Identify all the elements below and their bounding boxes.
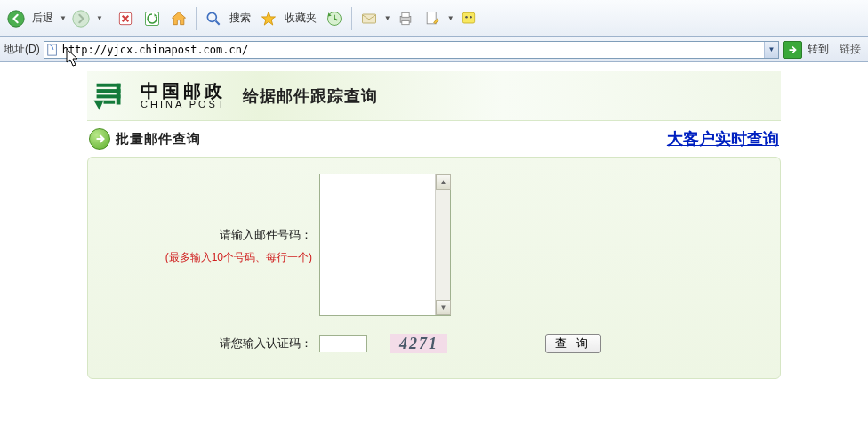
scroll-down-button[interactable]: ▼ [436,300,451,315]
svg-rect-19 [104,100,116,103]
svg-point-13 [470,16,472,18]
page-title: 给据邮件跟踪查询 [243,85,378,107]
history-button[interactable] [322,6,347,31]
svg-point-0 [8,10,24,26]
query-form-panel: 请输入邮件号码： (最多输入10个号码、每行一个) ▲ ▼ 请您输入认证码： 4 [87,157,781,379]
back-dropdown[interactable]: ▼ [60,14,67,22]
go-button[interactable] [783,41,802,59]
svg-point-1 [73,10,89,26]
svg-rect-8 [402,12,409,17]
logo-en: CHINA POST [141,100,227,109]
favorites-button[interactable] [256,6,281,31]
svg-point-12 [465,16,468,18]
go-label: 转到 [808,42,829,57]
favorites-label: 收藏夹 [285,11,317,26]
query-button[interactable]: 查 询 [545,334,601,353]
mail-dropdown[interactable]: ▼ [384,14,391,22]
mail-number-hint: (最多输入10个号码、每行一个) [106,250,312,265]
bulk-query-label: 批量邮件查询 [116,131,201,148]
textarea-scrollbar[interactable]: ▲ ▼ [435,174,450,315]
edit-dropdown[interactable]: ▼ [447,14,454,22]
mail-button[interactable] [357,6,382,31]
search-label: 搜索 [229,11,251,26]
mail-number-textarea-wrap: ▲ ▼ [319,174,451,316]
scroll-up-button[interactable]: ▲ [436,174,451,190]
logo-cn: 中国邮政 [141,82,227,100]
captcha-label: 请您输入认证码： [220,336,312,350]
svg-rect-11 [462,12,474,23]
forward-dropdown[interactable]: ▼ [96,14,103,22]
print-button[interactable] [393,6,418,31]
address-bar: 地址(D) ▼ 转到 链接 [0,37,868,62]
forward-button[interactable] [68,6,93,31]
page-icon [44,43,60,57]
back-button[interactable] [4,6,28,31]
browser-toolbar: 后退 ▼ ▼ 搜索 收藏夹 ▼ ▼ [0,0,868,37]
edit-button[interactable] [420,6,445,31]
page-header: 中国邮政 CHINA POST 给据邮件跟踪查询 [87,71,781,121]
captcha-image: 4271 [390,334,447,353]
stop-button[interactable] [113,6,138,31]
back-label: 后退 [32,11,53,26]
svg-rect-18 [117,83,121,104]
svg-point-4 [207,12,216,21]
links-button[interactable]: 链接 [836,42,864,57]
bulk-query-icon [89,128,110,150]
messenger-button[interactable] [456,6,481,31]
url-dropdown[interactable]: ▼ [764,42,778,58]
big-customer-link[interactable]: 大客户实时查询 [667,128,779,150]
subhead-row: 批量邮件查询 大客户实时查询 [87,121,781,157]
mail-number-textarea[interactable] [320,174,434,315]
refresh-button[interactable] [140,6,165,31]
svg-rect-9 [402,20,409,24]
search-button[interactable] [201,6,226,31]
url-input[interactable] [60,44,764,56]
china-post-logo-icon [91,79,133,113]
captcha-input[interactable] [319,335,367,352]
svg-rect-6 [362,14,375,23]
address-input-wrap[interactable]: ▼ [44,41,779,59]
page-content: 中国邮政 CHINA POST 给据邮件跟踪查询 批量邮件查询 大客户实时查询 … [0,62,868,379]
mail-number-label: 请输入邮件号码： [220,228,312,241]
address-label: 地址(D) [4,42,40,57]
home-button[interactable] [166,6,191,31]
logo: 中国邮政 CHINA POST [87,79,227,113]
